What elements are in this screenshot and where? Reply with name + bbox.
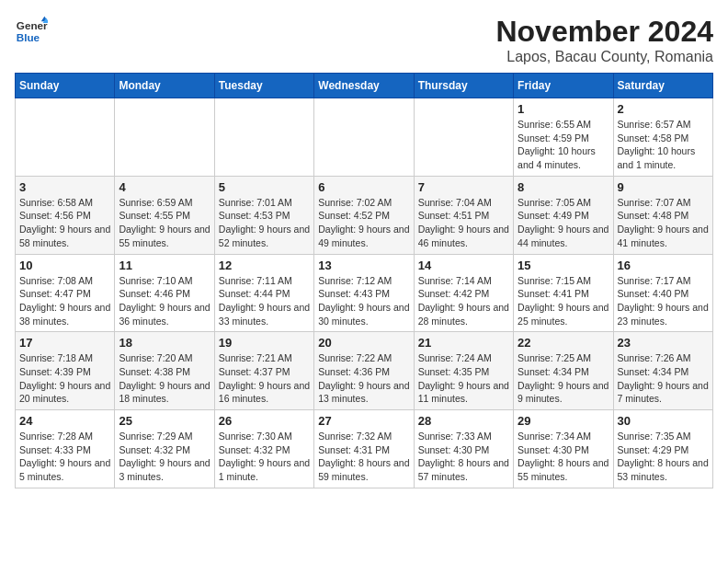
calendar-week-row: 1Sunrise: 6:55 AM Sunset: 4:59 PM Daylig… (16, 98, 713, 177)
calendar-cell: 26Sunrise: 7:30 AM Sunset: 4:32 PM Dayli… (214, 410, 313, 488)
month-year-title: November 2024 (495, 15, 713, 49)
calendar-week-row: 17Sunrise: 7:18 AM Sunset: 4:39 PM Dayli… (16, 332, 713, 410)
calendar-cell: 14Sunrise: 7:14 AM Sunset: 4:42 PM Dayli… (414, 254, 513, 332)
day-info: Sunrise: 7:15 AM Sunset: 4:41 PM Dayligh… (518, 274, 609, 328)
day-info: Sunrise: 6:59 AM Sunset: 4:55 PM Dayligh… (119, 196, 210, 250)
day-info: Sunrise: 7:11 AM Sunset: 4:44 PM Dayligh… (219, 274, 310, 328)
day-info: Sunrise: 7:12 AM Sunset: 4:43 PM Dayligh… (318, 274, 409, 328)
day-info: Sunrise: 7:02 AM Sunset: 4:52 PM Dayligh… (318, 196, 409, 250)
weekday-header: Sunday (16, 74, 115, 98)
day-number: 29 (518, 414, 609, 428)
day-info: Sunrise: 7:25 AM Sunset: 4:34 PM Dayligh… (518, 351, 609, 406)
calendar-cell: 22Sunrise: 7:25 AM Sunset: 4:34 PM Dayli… (514, 332, 613, 410)
calendar-cell: 4Sunrise: 6:59 AM Sunset: 4:55 PM Daylig… (115, 176, 214, 254)
day-info: Sunrise: 7:28 AM Sunset: 4:33 PM Dayligh… (19, 430, 110, 484)
day-number: 5 (219, 180, 310, 194)
weekday-header: Monday (115, 74, 214, 98)
calendar-cell: 9Sunrise: 7:07 AM Sunset: 4:48 PM Daylig… (613, 176, 712, 254)
day-number: 6 (318, 180, 409, 194)
day-number: 25 (119, 414, 210, 428)
weekday-header: Tuesday (214, 74, 313, 98)
calendar-table: SundayMondayTuesdayWednesdayThursdayFrid… (15, 73, 713, 488)
weekday-header: Wednesday (314, 74, 414, 98)
day-info: Sunrise: 7:04 AM Sunset: 4:51 PM Dayligh… (418, 196, 509, 250)
calendar-cell: 6Sunrise: 7:02 AM Sunset: 4:52 PM Daylig… (314, 176, 414, 254)
day-number: 17 (19, 336, 110, 350)
day-number: 24 (19, 414, 110, 428)
day-info: Sunrise: 7:14 AM Sunset: 4:42 PM Dayligh… (418, 274, 509, 328)
calendar-cell: 3Sunrise: 6:58 AM Sunset: 4:56 PM Daylig… (16, 176, 115, 254)
weekday-header: Saturday (613, 74, 712, 98)
day-number: 26 (219, 414, 310, 428)
calendar-cell: 17Sunrise: 7:18 AM Sunset: 4:39 PM Dayli… (16, 332, 115, 410)
day-number: 10 (19, 259, 110, 272)
calendar-cell: 18Sunrise: 7:20 AM Sunset: 4:38 PM Dayli… (115, 332, 214, 410)
day-info: Sunrise: 7:26 AM Sunset: 4:34 PM Dayligh… (618, 351, 709, 406)
day-info: Sunrise: 7:21 AM Sunset: 4:37 PM Dayligh… (219, 351, 310, 406)
day-number: 8 (518, 180, 609, 194)
day-number: 14 (418, 259, 509, 272)
day-number: 11 (119, 259, 210, 272)
day-number: 13 (318, 259, 409, 272)
day-info: Sunrise: 7:35 AM Sunset: 4:29 PM Dayligh… (618, 430, 709, 484)
day-number: 20 (318, 336, 409, 350)
calendar-cell: 27Sunrise: 7:32 AM Sunset: 4:31 PM Dayli… (314, 410, 414, 488)
day-info: Sunrise: 7:07 AM Sunset: 4:48 PM Dayligh… (618, 196, 709, 250)
calendar-cell: 30Sunrise: 7:35 AM Sunset: 4:29 PM Dayli… (613, 410, 712, 488)
day-info: Sunrise: 7:08 AM Sunset: 4:47 PM Dayligh… (19, 274, 110, 328)
day-number: 7 (418, 180, 509, 194)
day-number: 28 (418, 414, 509, 428)
calendar-cell: 10Sunrise: 7:08 AM Sunset: 4:47 PM Dayli… (16, 254, 115, 332)
day-info: Sunrise: 7:01 AM Sunset: 4:53 PM Dayligh… (219, 196, 310, 250)
day-number: 4 (119, 180, 210, 194)
day-number: 1 (518, 102, 609, 116)
day-number: 16 (618, 259, 709, 272)
page-header: General Blue November 2024 Lapos, Bacau … (15, 15, 713, 65)
day-number: 23 (618, 336, 709, 350)
calendar-week-row: 10Sunrise: 7:08 AM Sunset: 4:47 PM Dayli… (16, 254, 713, 332)
day-info: Sunrise: 7:18 AM Sunset: 4:39 PM Dayligh… (19, 351, 110, 406)
day-number: 19 (219, 336, 310, 350)
calendar-cell: 19Sunrise: 7:21 AM Sunset: 4:37 PM Dayli… (214, 332, 313, 410)
calendar-cell (115, 98, 214, 177)
calendar-cell: 20Sunrise: 7:22 AM Sunset: 4:36 PM Dayli… (314, 332, 414, 410)
calendar-cell: 23Sunrise: 7:26 AM Sunset: 4:34 PM Dayli… (613, 332, 712, 410)
calendar-week-row: 3Sunrise: 6:58 AM Sunset: 4:56 PM Daylig… (16, 176, 713, 254)
calendar-cell: 21Sunrise: 7:24 AM Sunset: 4:35 PM Dayli… (414, 332, 513, 410)
day-info: Sunrise: 6:57 AM Sunset: 4:58 PM Dayligh… (618, 118, 709, 172)
calendar-cell: 7Sunrise: 7:04 AM Sunset: 4:51 PM Daylig… (414, 176, 513, 254)
calendar-cell: 25Sunrise: 7:29 AM Sunset: 4:32 PM Dayli… (115, 410, 214, 488)
weekday-header: Thursday (414, 74, 513, 98)
day-info: Sunrise: 7:24 AM Sunset: 4:35 PM Dayligh… (418, 351, 509, 406)
calendar-cell (16, 98, 115, 177)
day-number: 9 (618, 180, 709, 194)
day-number: 3 (19, 180, 110, 194)
calendar-cell: 2Sunrise: 6:57 AM Sunset: 4:58 PM Daylig… (613, 98, 712, 177)
calendar-cell (314, 98, 414, 177)
calendar-cell: 8Sunrise: 7:05 AM Sunset: 4:49 PM Daylig… (514, 176, 613, 254)
calendar-cell: 5Sunrise: 7:01 AM Sunset: 4:53 PM Daylig… (214, 176, 313, 254)
day-info: Sunrise: 7:05 AM Sunset: 4:49 PM Dayligh… (518, 196, 609, 250)
calendar-header: SundayMondayTuesdayWednesdayThursdayFrid… (16, 74, 713, 98)
day-number: 22 (518, 336, 609, 350)
calendar-cell: 12Sunrise: 7:11 AM Sunset: 4:44 PM Dayli… (214, 254, 313, 332)
location-subtitle: Lapos, Bacau County, Romania (495, 49, 713, 65)
calendar-cell: 11Sunrise: 7:10 AM Sunset: 4:46 PM Dayli… (115, 254, 214, 332)
title-block: November 2024 Lapos, Bacau County, Roman… (495, 15, 713, 65)
day-info: Sunrise: 6:55 AM Sunset: 4:59 PM Dayligh… (518, 118, 609, 172)
day-number: 21 (418, 336, 509, 350)
logo: General Blue (15, 15, 48, 48)
day-info: Sunrise: 7:34 AM Sunset: 4:30 PM Dayligh… (518, 430, 609, 484)
calendar-cell: 1Sunrise: 6:55 AM Sunset: 4:59 PM Daylig… (514, 98, 613, 177)
calendar-cell (214, 98, 313, 177)
svg-text:Blue: Blue (17, 31, 40, 43)
day-info: Sunrise: 7:10 AM Sunset: 4:46 PM Dayligh… (119, 274, 210, 328)
calendar-cell: 13Sunrise: 7:12 AM Sunset: 4:43 PM Dayli… (314, 254, 414, 332)
day-number: 12 (219, 259, 310, 272)
day-number: 2 (618, 102, 709, 116)
weekday-header: Friday (514, 74, 613, 98)
calendar-week-row: 24Sunrise: 7:28 AM Sunset: 4:33 PM Dayli… (16, 410, 713, 488)
day-info: Sunrise: 7:20 AM Sunset: 4:38 PM Dayligh… (119, 351, 210, 406)
day-number: 27 (318, 414, 409, 428)
calendar-cell: 15Sunrise: 7:15 AM Sunset: 4:41 PM Dayli… (514, 254, 613, 332)
